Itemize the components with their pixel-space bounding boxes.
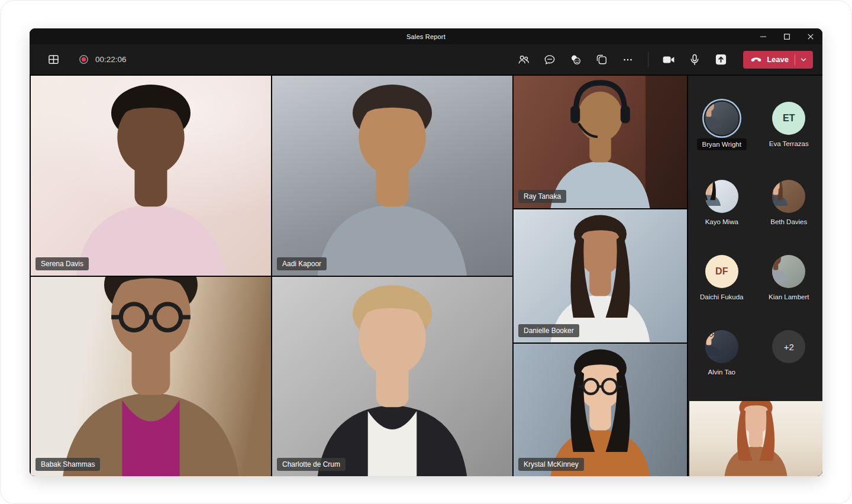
recording-icon (78, 54, 89, 65)
video-tile-aadi-kapoor[interactable]: Aadi Kapoor (272, 76, 512, 276)
participant-name: Beth Davies (770, 218, 807, 225)
self-video-tile[interactable] (689, 401, 822, 476)
maximize-icon (784, 34, 790, 40)
rooms-icon (595, 53, 608, 66)
chat-icon (543, 53, 556, 66)
chat-button[interactable] (538, 49, 561, 70)
video-tile-krystal-mckinney[interactable]: Krystal McKinney (514, 344, 687, 476)
participant-video (514, 209, 687, 342)
participant-name: Alvin Tao (708, 369, 735, 376)
chevron-down-icon (800, 56, 807, 63)
more-options-button[interactable] (616, 49, 640, 70)
recording-indicator: 00:22:06 (78, 54, 127, 65)
avatar (772, 180, 805, 213)
sidebar-participant-bryan-wright[interactable]: Bryan Wright (688, 102, 756, 150)
avatar-initials-text: DF (715, 266, 728, 277)
participant-name: Bryan Wright (697, 138, 747, 150)
microphone-button[interactable] (683, 49, 706, 70)
leave-button-label: Leave (767, 55, 789, 64)
more-options-icon (621, 53, 634, 66)
avatar-initials: ET (772, 102, 805, 135)
participant-video (31, 76, 271, 276)
leave-call-icon (750, 54, 762, 66)
participants-avatar-grid: Bryan Wright ET Eva Terrazas Kayo Miwa (688, 76, 822, 376)
participant-video (272, 76, 512, 276)
video-tile-danielle-booker[interactable]: Danielle Booker (514, 209, 687, 342)
grid-column-2: Aadi Kapoor Charlotte de Crum (272, 76, 512, 476)
participant-name: Kian Lambert (769, 293, 809, 301)
avatar (772, 255, 805, 288)
avatar-initials-text: ET (783, 113, 795, 124)
participant-name: Eva Terrazas (769, 140, 809, 147)
recording-timer: 00:22:06 (95, 55, 127, 64)
window-title: Sales Report (406, 33, 446, 40)
avatar-initials: DF (705, 255, 738, 288)
overflow-count-badge: +2 (772, 330, 805, 363)
sidebar-participant-daichi-fukuda[interactable]: DF Daichi Fukuda (688, 255, 756, 301)
sidebar-participant-alvin-tao[interactable]: Alvin Tao (688, 330, 756, 376)
participant-name-label: Aadi Kapoor (277, 257, 327, 270)
minimize-icon (760, 34, 766, 40)
minimize-button[interactable] (751, 28, 775, 44)
participants-sidebar: Bryan Wright ET Eva Terrazas Kayo Miwa (688, 76, 822, 476)
screenshot-frame: Sales Report (0, 0, 852, 504)
leave-button-divider (795, 54, 795, 65)
participant-video (514, 76, 687, 208)
gallery-view-icon (47, 53, 60, 66)
avatar-photo (705, 180, 738, 213)
microphone-icon (688, 53, 701, 66)
toolbar-right-group: Leave (512, 49, 813, 70)
sidebar-participant-kian-lambert[interactable]: Kian Lambert (756, 255, 823, 301)
video-grid: Serena Davis Babak Shammas Aadi Kapoor (30, 75, 822, 476)
people-icon (517, 53, 530, 66)
grid-column-1: Serena Davis Babak Shammas (31, 76, 271, 476)
participant-video (514, 344, 687, 476)
avatar-photo (772, 180, 805, 213)
video-tile-serena-davis[interactable]: Serena Davis (31, 76, 271, 276)
people-button[interactable] (512, 49, 535, 70)
overflow-count-text: +2 (784, 342, 794, 352)
participant-name: Kayo Miwa (705, 218, 738, 225)
participant-name-label: Ray Tanaka (518, 190, 566, 203)
participant-name-label: Serena Davis (36, 257, 89, 270)
participant-name-label: Babak Shammas (36, 458, 100, 471)
window-titlebar: Sales Report (30, 28, 822, 44)
avatar (705, 330, 738, 363)
close-icon (808, 34, 814, 40)
participant-name-label: Krystal McKinney (518, 458, 584, 471)
rooms-button[interactable] (590, 49, 614, 70)
camera-button[interactable] (657, 49, 680, 70)
sidebar-participant-kayo-miwa[interactable]: Kayo Miwa (688, 180, 756, 225)
sidebar-participant-beth-davies[interactable]: Beth Davies (756, 180, 823, 225)
reactions-button[interactable] (564, 49, 588, 70)
participant-name-label: Danielle Booker (518, 324, 579, 337)
reactions-icon (569, 53, 582, 66)
avatar-photo (705, 330, 738, 363)
participant-video (272, 277, 512, 477)
toolbar-left-group: 00:22:06 (41, 49, 127, 70)
avatar (705, 180, 738, 213)
share-screen-button[interactable] (709, 49, 732, 70)
participant-name-label: Charlotte de Crum (277, 458, 346, 471)
avatar-photo (772, 255, 805, 288)
avatar-photo (705, 102, 738, 135)
video-tile-babak-shammas[interactable]: Babak Shammas (31, 277, 271, 477)
avatar (705, 102, 738, 135)
gallery-view-button[interactable] (41, 49, 65, 70)
meeting-toolbar: 00:22:06 (30, 44, 822, 75)
teams-meeting-window: Sales Report (30, 28, 822, 476)
share-screen-icon (714, 53, 728, 66)
close-button[interactable] (799, 28, 822, 44)
window-controls (751, 28, 822, 44)
participant-video (31, 277, 271, 477)
video-tile-charlotte-de-crum[interactable]: Charlotte de Crum (272, 277, 512, 477)
toolbar-divider (648, 52, 648, 67)
video-tile-ray-tanaka[interactable]: Ray Tanaka (514, 76, 687, 208)
camera-icon (661, 53, 676, 67)
sidebar-overflow-participants[interactable]: +2 (756, 330, 823, 376)
leave-button[interactable]: Leave (743, 51, 813, 69)
maximize-button[interactable] (775, 28, 799, 44)
sidebar-participant-eva-terrazas[interactable]: ET Eva Terrazas (756, 102, 823, 150)
grid-column-3: Ray Tanaka Danielle Booker Krystal McKin… (514, 76, 687, 476)
self-video (689, 401, 822, 476)
